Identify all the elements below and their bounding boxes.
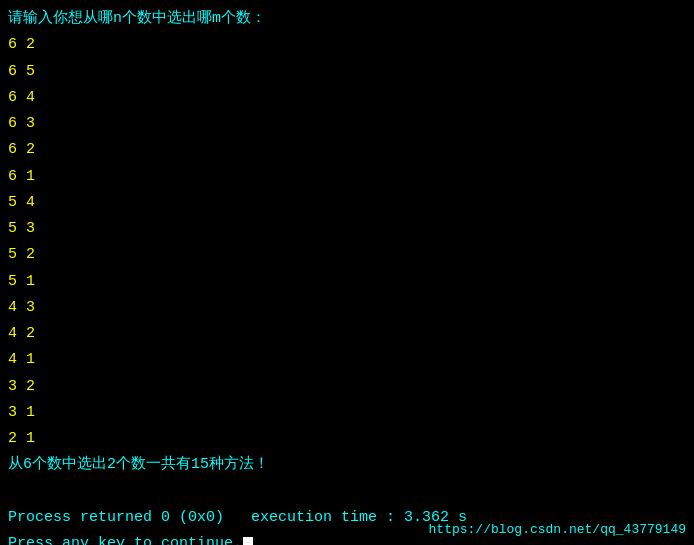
output-line-1: 6 2 xyxy=(8,32,686,58)
output-line-14: 3 2 xyxy=(8,374,686,400)
output-line-8: 5 3 xyxy=(8,216,686,242)
footer-link: https://blog.csdn.net/qq_43779149 xyxy=(429,522,686,537)
output-line-4: 6 3 xyxy=(8,111,686,137)
output-line-9: 5 2 xyxy=(8,242,686,268)
output-line-7: 5 4 xyxy=(8,190,686,216)
output-line-16: 2 1 xyxy=(8,426,686,452)
prompt-line: 请输入你想从哪n个数中选出哪m个数： xyxy=(8,6,686,32)
terminal: 请输入你想从哪n个数中选出哪m个数： 6 2 6 5 6 4 6 3 6 2 6… xyxy=(0,0,694,545)
output-line-5: 6 2 xyxy=(8,137,686,163)
output-line-2: 6 5 xyxy=(8,59,686,85)
cursor xyxy=(243,537,253,545)
output-line-13: 4 1 xyxy=(8,347,686,373)
output-line-10: 5 1 xyxy=(8,269,686,295)
output-line-3: 6 4 xyxy=(8,85,686,111)
output-line-6: 6 1 xyxy=(8,164,686,190)
output-line-11: 4 3 xyxy=(8,295,686,321)
summary-line: 从6个数中选出2个数一共有15种方法！ xyxy=(8,452,686,478)
output-line-15: 3 1 xyxy=(8,400,686,426)
output-line-12: 4 2 xyxy=(8,321,686,347)
